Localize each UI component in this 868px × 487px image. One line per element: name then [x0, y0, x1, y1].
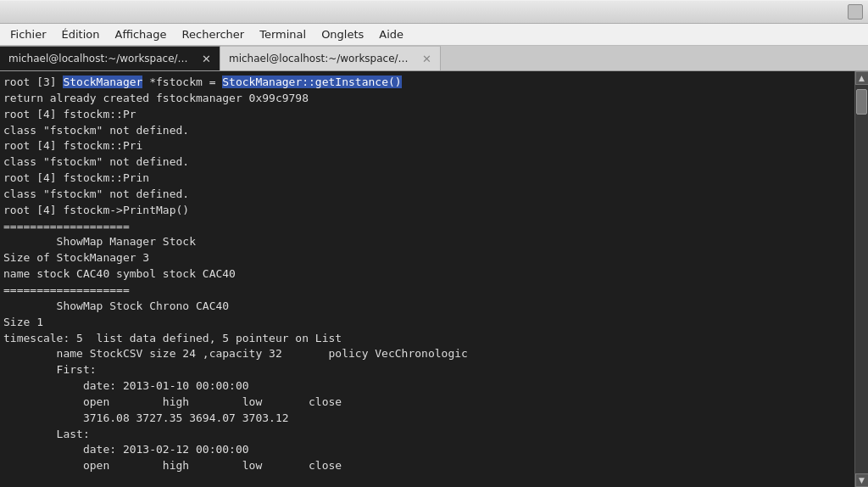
tab-tab2[interactable]: michael@localhost:~/workspace/mycstock-c… — [220, 46, 441, 70]
terminal-line: class "fstockm" not defined. — [3, 187, 851, 203]
terminal-line: root [4] fstockm::Prin — [3, 171, 851, 187]
terminal-line: date: 2013-02-12 00:00:00 — [3, 442, 851, 458]
title-bar — [0, 0, 868, 24]
terminal-line: root [4] fstockm::Pr — [3, 107, 851, 123]
terminal-line: name stock CAC40 symbol stock CAC40 — [3, 266, 851, 283]
tab-close-tab1[interactable]: ✕ — [202, 53, 211, 65]
terminal-line: Size 1 — [3, 315, 851, 331]
terminal-line: return already created fstockmanager 0x9… — [3, 91, 851, 107]
scroll-up-button[interactable]: ▲ — [855, 71, 869, 85]
tab-label-tab2: michael@localhost:~/workspace/mycstock-c… — [229, 53, 417, 64]
tab-bar: michael@localhost:~/workspace/mycstock-c… — [0, 46, 868, 71]
menu-item-terminal[interactable]: Terminal — [253, 25, 313, 43]
terminal-line: ShowMap Stock Chrono CAC40 — [3, 299, 851, 315]
terminal-line: First: — [3, 362, 851, 378]
terminal-line: class "fstockm" not defined. — [3, 123, 851, 139]
scrollbar-thumb[interactable] — [856, 89, 867, 115]
terminal-line: name StockCSV size 24 ,capacity 32 polic… — [3, 346, 851, 362]
terminal-line: 3716.08 3727.35 3694.07 3703.12 — [3, 411, 851, 427]
terminal-line: root [4] fstockm->PrintMap() — [3, 203, 851, 219]
scrollbar-track — [855, 85, 868, 473]
terminal-line: timescale: 5 list data defined, 5 pointe… — [3, 331, 851, 347]
menu-item-rechercher[interactable]: Rechercher — [175, 25, 252, 43]
terminal-line: root [4] fstockm::Pri — [3, 138, 851, 154]
terminal-line: root [3] StockManager *fstockm = StockMa… — [3, 75, 851, 91]
scroll-down-button[interactable]: ▼ — [855, 473, 869, 487]
tab-label-tab1: michael@localhost:~/workspace/mycstock-c… — [8, 53, 197, 64]
scrollbar[interactable]: ▲ ▼ — [854, 71, 868, 487]
terminal-line: Size of StockManager 3 — [3, 250, 851, 266]
terminal-wrapper: root [3] StockManager *fstockm = StockMa… — [0, 71, 868, 487]
tab-close-tab2[interactable]: ✕ — [422, 53, 431, 65]
terminal-line: open high low close — [3, 458, 851, 474]
terminal-line: =================== — [3, 219, 851, 235]
menu-item-edition[interactable]: Édition — [55, 25, 107, 43]
menu-item-fichier[interactable]: Fichier — [3, 25, 53, 43]
menu-item-affichage[interactable]: Affichage — [108, 25, 173, 43]
terminal-line: date: 2013-01-10 00:00:00 — [3, 378, 851, 395]
terminal-content[interactable]: root [3] StockManager *fstockm = StockMa… — [0, 71, 854, 487]
terminal-line: =================== — [3, 283, 851, 299]
menu-item-aide[interactable]: Aide — [372, 25, 410, 43]
terminal-line: Last: — [3, 427, 851, 443]
terminal-line: ShowMap Manager Stock — [3, 234, 851, 250]
terminal-line: open high low close — [3, 395, 851, 411]
close-button[interactable] — [848, 4, 863, 20]
tab-tab1[interactable]: michael@localhost:~/workspace/mycstock-c… — [0, 46, 220, 70]
terminal-line: class "fstockm" not defined. — [3, 154, 851, 171]
menu-item-onglets[interactable]: Onglets — [314, 25, 370, 43]
menu-bar: FichierÉditionAffichageRechercherTermina… — [0, 24, 868, 46]
